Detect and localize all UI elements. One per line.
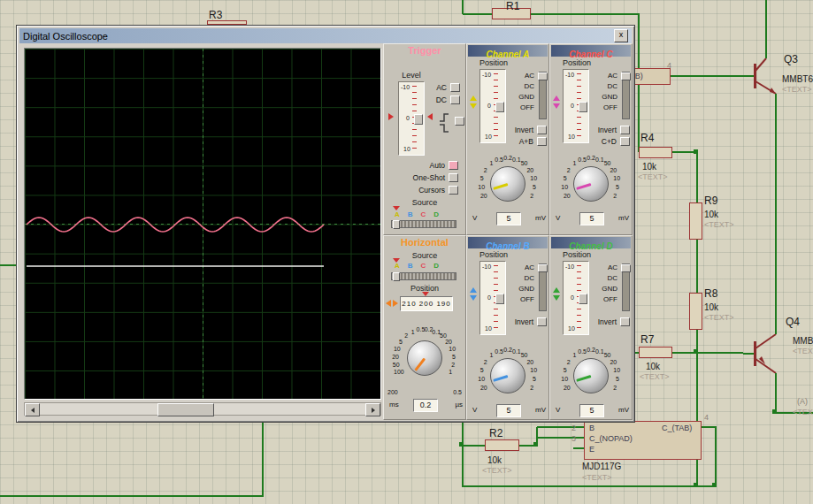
coupling-switch-handle[interactable]: [621, 73, 631, 80]
trigger-level-arrow-right[interactable]: [427, 113, 433, 120]
coupling-off-label: OFF: [508, 294, 534, 304]
trigger-level-slider[interactable]: -10 0 10: [398, 81, 425, 156]
knob-scale-label: 5: [480, 175, 484, 181]
coupling-switch-handle[interactable]: [538, 73, 548, 80]
coupling-switch[interactable]: [622, 263, 630, 311]
source-channel-letter[interactable]: B: [408, 262, 413, 270]
scroll-right-button[interactable]: [365, 403, 380, 416]
trigger-source-letters: ABCD: [395, 210, 439, 218]
slider-handle[interactable]: [579, 102, 587, 112]
channel-header: Channel D: [551, 237, 631, 248]
source-slider-handle[interactable]: [393, 272, 400, 281]
position-arrows[interactable]: [386, 300, 398, 307]
wire-junction-dot: [772, 409, 777, 414]
schematic-label: 10k: [642, 162, 656, 172]
arrow-down-icon: [470, 103, 477, 109]
schematic-label: <TEXT>: [640, 372, 670, 381]
arrow-down-icon: [553, 103, 560, 109]
sum-button[interactable]: [537, 137, 547, 146]
knob-scale-label: 5: [480, 367, 484, 373]
knob-scale-label: 20: [480, 384, 487, 390]
invert-button[interactable]: [537, 126, 547, 134]
coupling-switch-handle[interactable]: [621, 264, 631, 272]
volts-div-knob[interactable]: 20105210.50.20.1502010525VmV: [467, 149, 548, 226]
horizontal-source-slider[interactable]: [391, 272, 456, 280]
knob-unit-label: V: [556, 406, 560, 414]
coupling-switch-handle[interactable]: [538, 264, 548, 272]
sum-row: A+B: [501, 137, 547, 146]
scrollbar-thumb[interactable]: [157, 403, 214, 416]
scale-value-display: 5: [496, 212, 521, 225]
trigger-oneshot-row: One-Shot: [391, 173, 458, 182]
sum-button[interactable]: [620, 137, 630, 146]
auto-button[interactable]: [449, 161, 458, 170]
slider-handle[interactable]: [495, 102, 504, 112]
coupling-gnd-label: GND: [591, 284, 617, 294]
coupling-dc-label: DC: [591, 273, 617, 283]
schematic-wire: [537, 426, 584, 428]
window-titlebar[interactable]: Digital Oscilloscope x: [19, 28, 632, 43]
trigger-edge-button[interactable]: [455, 117, 464, 126]
transistor-q4-symbol[interactable]: [743, 329, 782, 378]
source-channel-letter[interactable]: A: [395, 210, 400, 218]
horizontal-position-display[interactable]: 210 200 190: [400, 296, 453, 311]
trigger-source-slider[interactable]: [391, 220, 456, 228]
horizontal-panel: Horizontal Source ABCD Position 210 200 …: [383, 235, 466, 420]
source-channel-letter[interactable]: A: [395, 262, 400, 270]
slider-handle[interactable]: [495, 294, 504, 304]
transistor-q3-symbol[interactable]: [743, 51, 782, 101]
coupling-switch[interactable]: [622, 72, 630, 119]
volts-div-knob[interactable]: 20105210.50.20.1502010525VmV: [467, 340, 548, 418]
source-channel-letter[interactable]: D: [433, 262, 439, 270]
one-shot-button[interactable]: [449, 173, 458, 182]
schematic-label: 10k: [646, 362, 660, 371]
scale-max: 10: [403, 146, 410, 152]
scope-horizontal-scrollbar[interactable]: [24, 402, 381, 416]
invert-button[interactable]: [620, 317, 630, 326]
coupling-off-label: OFF: [591, 294, 617, 304]
invert-button[interactable]: [620, 126, 630, 134]
coupling-switch[interactable]: [539, 263, 547, 311]
trigger-dc-button[interactable]: [450, 95, 460, 104]
source-channel-letter[interactable]: C: [421, 210, 426, 218]
schematic-wire: [715, 426, 717, 487]
source-channel-letter[interactable]: D: [433, 210, 439, 218]
slider-handle[interactable]: [579, 294, 587, 304]
resistor-body[interactable]: [639, 347, 672, 358]
schematic-label: Q4: [786, 316, 800, 328]
coupling-dc-label: DC: [591, 81, 617, 91]
position-arrows[interactable]: [553, 95, 562, 109]
resistor-body[interactable]: [485, 439, 519, 451]
source-channel-letter[interactable]: B: [408, 210, 413, 218]
resistor-body[interactable]: [689, 293, 702, 330]
resistor-body[interactable]: [639, 147, 672, 158]
schematic-label: B: [589, 424, 594, 432]
volts-div-knob[interactable]: 20105210.50.20.1502010525VmV: [550, 340, 632, 418]
trigger-level-arrow-left[interactable]: [388, 113, 394, 120]
invert-button[interactable]: [537, 317, 547, 326]
resistor-body[interactable]: [689, 202, 702, 240]
ac-label: AC: [436, 83, 447, 92]
channel-header: Channel B: [468, 237, 548, 248]
source-slider-handle[interactable]: [393, 220, 400, 229]
scale-value-display: 5: [496, 404, 521, 417]
knob-unit-label: mV: [618, 214, 629, 222]
knob-scale-label: 10: [561, 184, 568, 190]
knob-scale-label: 1: [572, 352, 576, 358]
scroll-left-button[interactable]: [25, 403, 40, 416]
position-arrows[interactable]: [553, 287, 562, 301]
trigger-ac-button[interactable]: [450, 83, 460, 92]
timebase-knob[interactable]: 1005020105210.50.20.15020105210.22000.5m…: [384, 314, 465, 419]
cursors-button[interactable]: [449, 186, 458, 195]
position-arrows[interactable]: [470, 287, 479, 301]
source-channel-letter[interactable]: C: [421, 262, 426, 270]
scale-value-display: 0.2: [413, 399, 438, 412]
close-button[interactable]: x: [614, 29, 628, 42]
cursors-label: Cursors: [418, 186, 445, 195]
volts-div-knob[interactable]: 20105210.50.20.1502010525VmV: [550, 149, 632, 226]
slider-handle[interactable]: [414, 114, 423, 125]
knob-scale-label: 50: [521, 352, 528, 358]
scale-max: 10: [568, 325, 575, 332]
coupling-switch[interactable]: [539, 72, 547, 119]
position-arrows[interactable]: [470, 95, 479, 109]
